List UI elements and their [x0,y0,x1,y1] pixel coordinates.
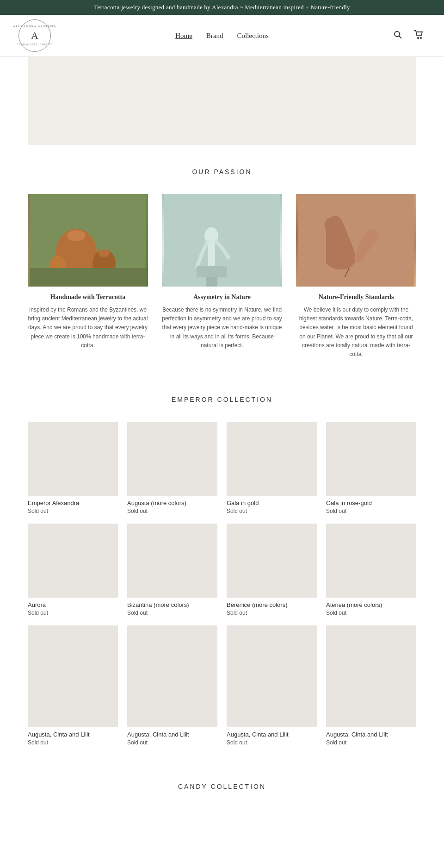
product-status-4: Sold out [28,610,118,616]
svg-point-3 [420,37,421,38]
product-name-7: Atenea (more colors) [326,601,416,608]
product-card-8[interactable]: Augusta, Cinta and Lilit Sold out [28,625,118,746]
logo-circle: ALEXANDRA BAUTISTA A TERRACOTTA JEWELRY [18,19,51,52]
product-status-5: Sold out [127,610,217,616]
passion-item-3-title: Nature-Friendly Standards [296,293,416,301]
header: ALEXANDRA BAUTISTA A TERRACOTTA JEWELRY … [0,15,444,57]
passion-item-3-desc: We believe it is our duty to comply with… [296,306,416,359]
product-card-1[interactable]: Augusta (more colors) Sold out [127,422,217,514]
product-image-3 [326,422,416,496]
product-image-0 [28,422,118,496]
product-status-6: Sold out [227,610,317,616]
passion-grid: Handmade with Terracotta Inspired by the… [28,194,416,359]
emperor-product-grid: Emperor Alexandra Sold out Augusta (more… [28,422,416,746]
emperor-collection: EMPEROR COLLECTION Emperor Alexandra Sol… [0,382,444,769]
logo-letter: A [31,30,38,42]
product-status-1: Sold out [127,508,217,514]
product-card-11[interactable]: Augusta, Cinta and Lilit Sold out [326,625,416,746]
candy-title: CANDY COLLECTION [28,783,416,790]
svg-point-6 [67,230,86,241]
product-name-11: Augusta, Cinta and Lilit [326,731,416,738]
product-status-8: Sold out [28,739,118,746]
product-image-8 [28,625,118,727]
product-status-7: Sold out [326,610,416,616]
passion-image-statue [162,194,282,287]
product-status-9: Sold out [127,739,217,746]
passion-image-hands [296,194,416,287]
product-status-2: Sold out [227,508,317,514]
nav-brand[interactable]: Brand [206,32,223,40]
product-name-3: Gala in rose-gold [326,500,416,506]
passion-item-2-title: Assymetry in Nature [162,293,282,301]
emperor-title: EMPEROR COLLECTION [28,396,416,403]
passion-item-1-desc: Inspired by the Romans and the Byzantine… [28,306,148,350]
svg-line-1 [399,36,401,38]
product-name-6: Berenice (more colors) [227,601,317,608]
passion-image-terracotta [28,194,148,287]
product-card-2[interactable]: Gala in gold Sold out [227,422,317,514]
logo[interactable]: ALEXANDRA BAUTISTA A TERRACOTTA JEWELRY [18,19,51,52]
passion-section: OUR PASSION Handmade with Terracotta Ins… [0,145,444,382]
svg-point-2 [418,37,419,38]
product-status-11: Sold out [326,739,416,746]
product-name-0: Emperor Alexandra [28,500,118,506]
product-image-10 [227,625,317,727]
product-card-7[interactable]: Atenea (more colors) Sold out [326,524,416,616]
product-image-4 [28,524,118,598]
product-name-9: Augusta, Cinta and Lilit [127,731,217,738]
product-status-10: Sold out [227,739,317,746]
product-image-11 [326,625,416,727]
svg-point-0 [395,31,400,37]
passion-item-1-title: Handmade with Terracotta [28,293,148,301]
svg-point-8 [99,250,110,257]
product-card-9[interactable]: Augusta, Cinta and Lilit Sold out [127,625,217,746]
product-image-9 [127,625,217,727]
product-image-5 [127,524,217,598]
product-image-7 [326,524,416,598]
product-image-1 [127,422,217,496]
search-button[interactable] [391,28,405,44]
product-name-8: Augusta, Cinta and Lilit [28,731,118,738]
nav-collections[interactable]: Collections [237,32,269,40]
product-card-4[interactable]: Aurora Sold out [28,524,118,616]
product-image-6 [227,524,317,598]
main-nav: Home Brand Collections [175,32,269,40]
passion-item-1: Handmade with Terracotta Inspired by the… [28,194,148,359]
product-card-6[interactable]: Berenice (more colors) Sold out [227,524,317,616]
product-name-1: Augusta (more colors) [127,500,217,506]
product-card-0[interactable]: Emperor Alexandra Sold out [28,422,118,514]
product-image-2 [227,422,317,496]
search-icon [393,30,402,39]
product-name-2: Gala in gold [227,500,317,506]
passion-title: OUR PASSION [28,168,416,175]
candy-collection: CANDY COLLECTION [0,769,444,832]
product-status-0: Sold out [28,508,118,514]
product-card-3[interactable]: Gala in rose-gold Sold out [326,422,416,514]
announcement-bar: Terracotta jewelry designed and handmade… [0,0,444,15]
hero-banner [28,57,416,145]
product-name-10: Augusta, Cinta and Lilit [227,731,317,738]
svg-rect-15 [197,266,227,277]
passion-item-2: Assymetry in Nature Because there is no … [162,194,282,359]
product-card-10[interactable]: Augusta, Cinta and Lilit Sold out [227,625,317,746]
svg-rect-16 [298,194,414,287]
nav-home[interactable]: Home [175,32,192,40]
product-status-3: Sold out [326,508,416,514]
header-icons [391,28,426,44]
passion-item-2-desc: Because there is no symmetry in Nature, … [162,306,282,350]
product-card-5[interactable]: Bizantina (more colors) Sold out [127,524,217,616]
product-name-5: Bizantina (more colors) [127,601,217,608]
cart-icon [414,30,423,39]
product-name-4: Aurora [28,601,118,608]
svg-rect-12 [206,277,217,287]
cart-button[interactable] [412,28,426,44]
announcement-text: Terracotta jewelry designed and handmade… [94,4,350,11]
passion-item-3: Nature-Friendly Standards We believe it … [296,194,416,359]
svg-rect-10 [30,268,146,287]
